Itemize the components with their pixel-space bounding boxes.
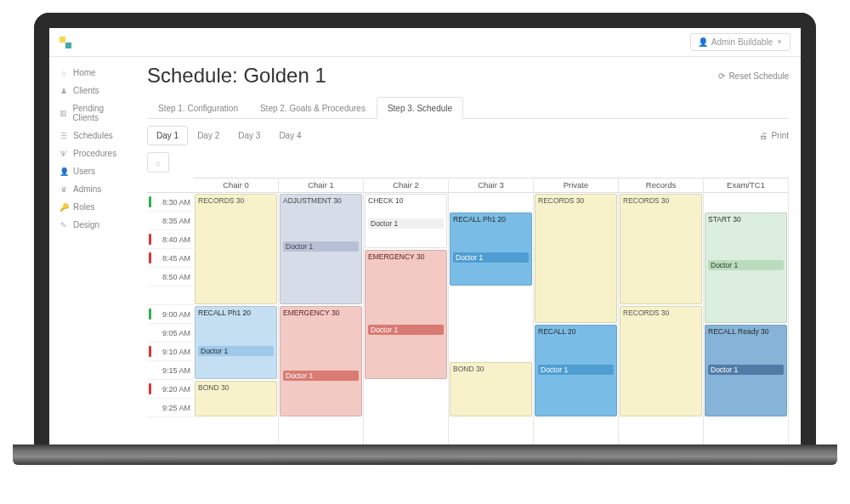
appointment-sub: Doctor 1 (368, 325, 444, 335)
time-marker (149, 365, 151, 376)
day-tab-1[interactable]: Day 2 (188, 126, 229, 145)
print-button[interactable]: 🖨 Print (759, 131, 789, 140)
time-label: 9:05 AM (162, 329, 190, 337)
appointment[interactable]: BOND 30 (450, 362, 532, 416)
appointment[interactable]: RECORDS 30 (620, 194, 702, 304)
appointment[interactable]: EMERGENCY 30Doctor 1 (280, 306, 362, 416)
appointment-sub: Doctor 1 (453, 252, 529, 263)
sidebar: ⌂Home♟Clients▥Pending Clients☰SchedulesѰ… (49, 57, 139, 445)
appointment[interactable]: EMERGENCY 30Doctor 1 (365, 250, 447, 379)
chevron-down-icon: ▼ (776, 38, 783, 46)
nav-label: Design (73, 220, 99, 229)
step-tab-2[interactable]: Step 3. Schedule (377, 97, 463, 119)
nav-label: Admins (73, 184, 101, 194)
search-button[interactable]: ⌕ (147, 152, 169, 173)
time-slot: 8:35 AM (147, 212, 194, 230)
appointment[interactable]: RECORDS 30 (535, 194, 617, 323)
sidebar-item-procedures[interactable]: ѰProcedures (49, 144, 139, 162)
time-slot: 9:00 AM (147, 305, 194, 324)
sidebar-item-design[interactable]: ✎Design (49, 216, 139, 234)
appointment-title: BOND 30 (453, 365, 529, 373)
nav-icon: ♛ (60, 185, 68, 194)
nav-label: Clients (73, 86, 99, 95)
appointment-sub: Doctor 1 (283, 241, 359, 252)
user-menu-button[interactable]: 👤 Admin Buildable ▼ (690, 33, 790, 51)
day-tab-2[interactable]: Day 3 (229, 126, 269, 145)
sidebar-item-pending-clients[interactable]: ▥Pending Clients (49, 99, 139, 127)
time-slot: 9:20 AM (147, 380, 194, 399)
time-slot: 8:30 AM (147, 193, 194, 212)
time-marker (149, 271, 151, 282)
appointment[interactable]: RECALL Ready 30Doctor 1 (705, 325, 787, 416)
step-tab-0[interactable]: Step 1. Configuration (147, 97, 249, 119)
appointment-sub: Doctor 1 (708, 365, 784, 375)
appointment[interactable]: BOND 30 (195, 381, 277, 416)
nav-label: Procedures (73, 149, 116, 158)
nav-icon: ▥ (60, 109, 67, 117)
time-label: 8:45 AM (162, 254, 190, 263)
time-marker (149, 215, 151, 226)
appointment-title: ADJUSTMENT 30 (283, 196, 359, 205)
appointment-title: EMERGENCY 30 (283, 309, 359, 317)
schedule-column: Chair 0RECORDS 30RECALL Ph1 20Doctor 1BO… (194, 178, 279, 445)
refresh-icon: ⟳ (718, 71, 725, 81)
appointment-title: RECORDS 30 (538, 196, 614, 205)
appointment[interactable]: RECALL Ph1 20Doctor 1 (450, 212, 532, 286)
appointment[interactable]: RECORDS 30 (620, 306, 702, 416)
time-marker (149, 402, 151, 413)
sidebar-item-users[interactable]: 👤Users (49, 162, 139, 180)
print-label: Print (771, 131, 789, 140)
time-label: 8:40 AM (162, 235, 190, 244)
time-slot: 9:05 AM (147, 324, 194, 343)
column-header: Chair 0 (194, 178, 278, 193)
time-marker (149, 383, 151, 394)
schedule-column: RecordsRECORDS 30RECORDS 30 (619, 178, 704, 445)
appointment-sub: Doctor 1 (708, 260, 784, 270)
day-tab-0[interactable]: Day 1 (147, 126, 188, 145)
column-header: Exam/TC1 (704, 178, 788, 193)
appointment-title: RECORDS 30 (198, 196, 274, 205)
appointment[interactable]: ADJUSTMENT 30Doctor 1 (280, 194, 362, 304)
schedule-column: Chair 2CHECK 10Doctor 1EMERGENCY 30Docto… (364, 178, 449, 445)
nav-label: Home (73, 68, 96, 77)
nav-label: Pending Clients (72, 104, 128, 122)
time-label: 8:35 AM (162, 217, 190, 225)
column-header: Chair 3 (449, 178, 533, 193)
reset-schedule-button[interactable]: ⟳ Reset Schedule (718, 71, 789, 81)
nav-icon: ⌂ (60, 69, 68, 77)
schedule-column: Exam/TC1START 30Doctor 1RECALL Ready 30D… (704, 178, 789, 445)
nav-icon: Ѱ (60, 150, 68, 158)
time-slot: 8:40 AM (147, 230, 194, 249)
schedule-column: PrivateRECORDS 30RECALL 20Doctor 1 (534, 178, 619, 445)
time-slot: 9:25 AM (147, 399, 194, 417)
appointment-sub: Doctor 1 (538, 365, 614, 375)
appointment-title: RECORDS 30 (623, 196, 699, 205)
column-header: Chair 1 (279, 178, 363, 193)
appointment[interactable]: CHECK 10Doctor 1 (365, 194, 447, 248)
appointment-title: RECALL Ready 30 (708, 327, 784, 336)
sidebar-item-schedules[interactable]: ☰Schedules (49, 127, 139, 144)
time-slot (147, 286, 194, 305)
appointment[interactable]: RECALL Ph1 20Doctor 1 (195, 306, 277, 379)
schedule-column: Chair 1ADJUSTMENT 30Doctor 1EMERGENCY 30… (279, 178, 364, 445)
appointment[interactable]: START 30Doctor 1 (705, 212, 787, 323)
nav-label: Schedules (73, 131, 113, 140)
sidebar-item-home[interactable]: ⌂Home (49, 64, 139, 82)
day-tab-3[interactable]: Day 4 (269, 126, 310, 145)
appointment-title: START 30 (708, 215, 784, 224)
appointment[interactable]: RECORDS 30 (195, 194, 277, 304)
step-tabs: Step 1. ConfigurationStep 2. Goals & Pro… (147, 96, 789, 119)
time-label: 9:20 AM (162, 385, 190, 394)
time-label: 9:00 AM (162, 310, 190, 319)
day-tabs: Day 1Day 2Day 3Day 4 (147, 126, 311, 145)
topbar: 👤 Admin Buildable ▼ (49, 28, 801, 57)
step-tab-1[interactable]: Step 2. Goals & Procedures (249, 97, 377, 119)
appointment-title: EMERGENCY 30 (368, 252, 444, 261)
sidebar-item-admins[interactable]: ♛Admins (49, 180, 139, 198)
appointment[interactable]: RECALL 20Doctor 1 (535, 325, 617, 416)
sidebar-item-clients[interactable]: ♟Clients (49, 82, 139, 99)
sidebar-item-roles[interactable]: 🔑Roles (49, 198, 139, 216)
reset-label: Reset Schedule (728, 71, 789, 81)
nav-icon: ♟ (60, 87, 68, 95)
schedule-column: Chair 3RECALL Ph1 20Doctor 1BOND 30 (449, 178, 534, 445)
